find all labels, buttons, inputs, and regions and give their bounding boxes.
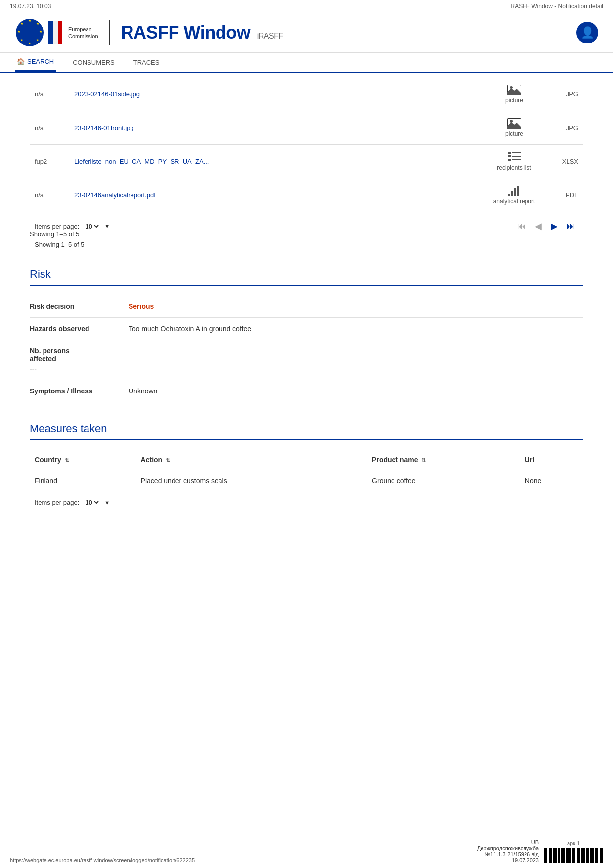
eu-emblem-icon: ★ ★ ★ ★ ★ ★ ★ ★ [15,18,44,47]
svg-text:★: ★ [39,30,42,33]
doc-type-1: n/a [30,78,69,111]
recipients-list-icon [508,152,521,163]
doc-type-4: n/a [30,178,69,212]
measures-divider [30,439,583,440]
doc-icon-1: picture [484,78,544,111]
svg-rect-24 [508,159,511,161]
svg-rect-23 [512,156,521,157]
svg-rect-29 [517,186,519,196]
nav-bar: 🏠 SEARCH CONSUMERS TRACES [0,53,613,73]
doc-name-1[interactable]: 2023-02146-01side.jpg [69,78,484,111]
prev-page-button[interactable]: ◀ [532,220,545,233]
col-header-country[interactable]: Country ⇅ [30,450,136,470]
doc-type-3: fup2 [30,145,69,178]
nav-search[interactable]: 🏠 SEARCH [15,53,56,72]
commission-name: European Commission [68,26,98,40]
table-row: n/a 2023-02146-01side.jpg picture JPG [30,78,583,111]
measures-action: Placed under customs seals [136,470,367,492]
chevron-down-icon: ▼ [104,223,110,229]
eu-logo: ★ ★ ★ ★ ★ ★ ★ ★ [15,18,62,47]
measures-chevron-icon: ▼ [104,500,110,506]
risk-decision-value: Serious [129,303,154,310]
header: ★ ★ ★ ★ ★ ★ ★ ★ European Commission RASF… [0,13,613,53]
symptoms-row: Symptoms / Illness Unknown [30,380,583,402]
page-title: RASFF Window - Notification detail [511,3,603,10]
measures-country: Finland [30,470,136,492]
main-content: n/a 2023-02146-01side.jpg picture JPG [0,78,613,513]
page-url: https://webgate.ec.europa.eu/rasff-windo… [10,857,477,863]
irasff-label: iRASFF [257,32,283,40]
risk-decision-row: Risk decision Serious [30,296,583,318]
barcode: арк.1 [544,840,603,863]
svg-text:★: ★ [28,19,31,22]
svg-text:★: ★ [28,42,31,45]
items-per-page-section: Items per page: 10 25 50 ▼ [35,222,114,231]
risk-decision-label: Risk decision [30,303,129,310]
svg-rect-28 [514,188,516,196]
docs-pagination: Items per page: 10 25 50 ▼ Showing 1–5 o… [30,212,583,241]
svg-text:★: ★ [20,22,23,25]
svg-rect-21 [512,152,521,153]
svg-rect-20 [508,152,511,154]
svg-rect-11 [58,21,62,44]
symptoms-value: Unknown [129,387,157,395]
doc-type-2: n/a [30,111,69,145]
svg-text:★: ★ [17,30,20,33]
symptoms-label: Symptoms / Illness [30,387,129,395]
pagination-nav: ⏮ ◀ ▶ ⏭ [514,220,578,233]
doc-name-2[interactable]: 23-02146-01front.jpg [69,111,484,145]
country-sort-icon: ⇅ [65,457,69,463]
svg-rect-26 [508,194,510,196]
doc-name-3[interactable]: Lieferliste_non_EU_CA_MD_PY_SR_UA_ZA... [69,145,484,178]
showing-label: Showing 1–5 of 5 [30,230,79,238]
docs-showing-label: Showing 1–5 of 5 [30,241,583,253]
doc-icon-4: analytical report [484,178,544,212]
stamp-info: UB Держпродспоживслужба №11.1.3-21/15926… [477,839,539,863]
col-header-action[interactable]: Action ⇅ [136,450,367,470]
col-header-url: Url [520,450,583,470]
nb-persons-row: Nb. personsaffected --- [30,340,583,380]
measures-product-name: Ground coffee [367,470,520,492]
user-icon[interactable]: 👤 [576,22,598,43]
home-icon: 🏠 [17,58,25,65]
header-divider [109,20,110,45]
last-page-button[interactable]: ⏭ [564,220,578,233]
table-row: n/a 23-02146analyticalreport.pdf analyti… [30,178,583,212]
svg-rect-10 [53,21,58,44]
nav-traces[interactable]: TRACES [131,54,162,71]
doc-format-1: JPG [544,78,583,111]
bottom-right: UB Держпродспоживслужба №11.1.3-21/15926… [477,839,603,863]
svg-rect-22 [508,155,511,157]
table-row: n/a 23-02146-01front.jpg picture JPG [30,111,583,145]
doc-icon-2: picture [484,111,544,145]
barcode-bars [544,848,603,863]
user-avatar-icon: 👤 [581,26,594,39]
measures-section-heading: Measures taken [30,422,583,435]
hazards-value: Too much Ochratoxin A in ground coffee [129,325,251,333]
nav-consumers[interactable]: CONSUMERS [71,54,117,71]
table-row: Finland Placed under customs seals Groun… [30,470,583,492]
stamp-area: UB Держпродспоживслужба №11.1.3-21/15926… [477,839,603,863]
svg-rect-9 [48,21,53,44]
risk-divider [30,285,583,286]
doc-name-4[interactable]: 23-02146analyticalreport.pdf [69,178,484,212]
next-page-button[interactable]: ▶ [548,220,561,233]
picture-icon [507,85,521,95]
first-page-button[interactable]: ⏮ [514,220,529,233]
doc-format-3: XLSX [544,145,583,178]
measures-items-per-page-select[interactable]: 10 25 50 [83,498,100,507]
product-sort-icon: ⇅ [421,457,426,463]
nb-persons-label: Nb. personsaffected [30,347,583,363]
svg-text:★: ★ [36,38,39,42]
doc-icon-3: recipients list [484,145,544,178]
commission-flag-icon [48,21,62,44]
col-header-product-name[interactable]: Product name ⇅ [367,450,520,470]
nb-persons-value: --- [30,365,583,373]
documents-table: n/a 2023-02146-01side.jpg picture JPG [30,78,583,212]
svg-text:★: ★ [20,38,23,42]
measures-table-header: Country ⇅ Action ⇅ Product name ⇅ Url [30,450,583,470]
docs-items-per-page-select[interactable]: 10 25 50 [83,222,100,231]
svg-point-19 [510,120,513,123]
rasff-title: RASFF Window iRASFF [121,22,283,43]
measures-url: None [520,470,583,492]
